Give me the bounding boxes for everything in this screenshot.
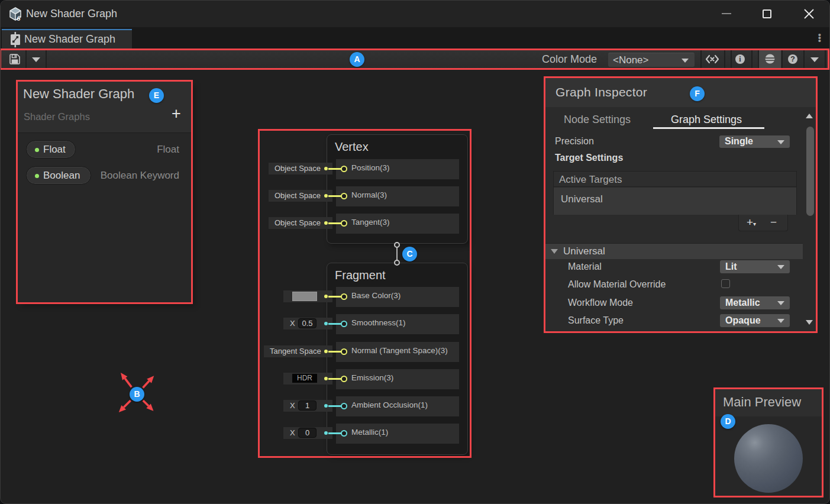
svg-text:6: 6 <box>17 14 21 22</box>
